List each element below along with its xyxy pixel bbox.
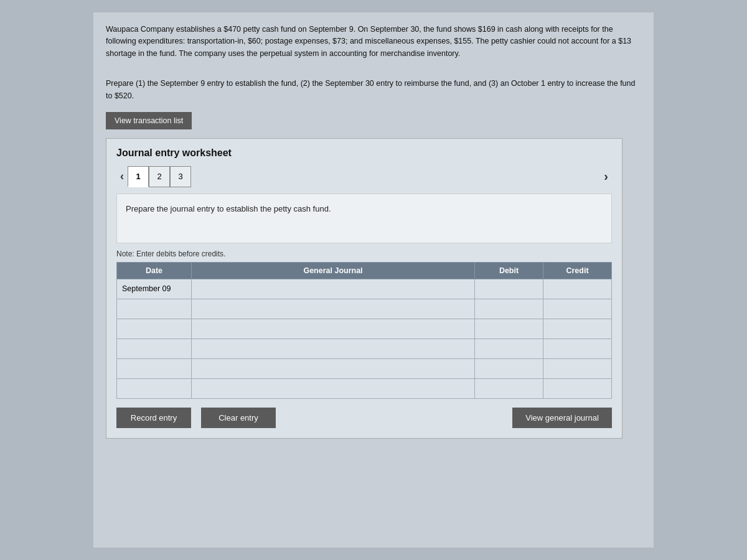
journal-cell-4[interactable] [192, 358, 475, 378]
tab-navigation-row: ‹ 1 2 3 › [116, 166, 612, 187]
table-row [117, 319, 612, 338]
journal-entry-worksheet: Journal entry worksheet ‹ 1 2 3 › Prepar… [106, 138, 622, 439]
debit-input-0[interactable] [475, 279, 543, 299]
view-transaction-button[interactable]: View transaction list [106, 112, 192, 129]
prepare-text-2: Prepare (1) the September 9 entry to est… [106, 78, 641, 102]
journal-input-2[interactable] [192, 319, 474, 338]
header-date: Date [117, 262, 192, 279]
credit-input-1[interactable] [543, 299, 611, 319]
debit-input-1[interactable] [475, 299, 543, 319]
credit-input-0[interactable] [543, 279, 611, 299]
debit-cell-5[interactable] [475, 378, 543, 398]
journal-cell-5[interactable] [192, 378, 475, 398]
debit-cell-4[interactable] [475, 358, 543, 378]
journal-input-4[interactable] [192, 359, 474, 378]
table-row: September 09 [117, 279, 612, 299]
credit-cell-3[interactable] [543, 338, 612, 358]
date-cell-3 [117, 338, 192, 358]
journal-cell-3[interactable] [192, 338, 475, 358]
header-debit: Debit [475, 262, 543, 279]
problem-text-1: Waupaca Company establishes a $470 petty… [106, 24, 641, 60]
journal-input-3[interactable] [192, 339, 474, 358]
action-buttons-row: Record entry Clear entry View general jo… [116, 408, 612, 428]
journal-input-1[interactable] [192, 299, 474, 319]
journal-cell-1[interactable] [192, 299, 475, 319]
table-row [117, 338, 612, 358]
table-row [117, 299, 612, 319]
debit-cell-1[interactable] [475, 299, 543, 319]
debit-cell-2[interactable] [475, 319, 543, 338]
credit-input-2[interactable] [543, 319, 611, 338]
credit-cell-4[interactable] [543, 358, 612, 378]
worksheet-title: Journal entry worksheet [116, 147, 612, 159]
journal-cell-2[interactable] [192, 319, 475, 338]
date-cell-0: September 09 [117, 279, 192, 299]
journal-cell-0[interactable] [192, 279, 475, 299]
view-general-journal-button[interactable]: View general journal [512, 408, 612, 428]
credit-cell-0[interactable] [543, 279, 612, 299]
debit-cell-3[interactable] [475, 338, 543, 358]
journal-input-0[interactable] [192, 279, 474, 299]
debit-input-4[interactable] [475, 359, 543, 378]
previous-arrow[interactable]: ‹ [116, 169, 128, 184]
note-text: Note: Enter debits before credits. [116, 250, 612, 258]
header-journal: General Journal [192, 262, 475, 279]
table-row [117, 378, 612, 398]
journal-input-5[interactable] [192, 379, 474, 398]
next-arrow[interactable]: › [600, 168, 612, 185]
credit-input-5[interactable] [543, 379, 611, 398]
debit-input-3[interactable] [475, 339, 543, 358]
credit-cell-2[interactable] [543, 319, 612, 338]
tab-2[interactable]: 2 [149, 166, 170, 187]
date-cell-4 [117, 358, 192, 378]
header-credit: Credit [543, 262, 612, 279]
instruction-box: Prepare the journal entry to establish t… [116, 194, 612, 243]
tab-1[interactable]: 1 [128, 166, 149, 187]
credit-input-3[interactable] [543, 339, 611, 358]
credit-input-4[interactable] [543, 359, 611, 378]
table-row [117, 358, 612, 378]
tab-3[interactable]: 3 [170, 166, 191, 187]
credit-cell-1[interactable] [543, 299, 612, 319]
instruction-text: Prepare the journal entry to establish t… [126, 204, 331, 213]
debit-input-2[interactable] [475, 319, 543, 338]
debit-input-5[interactable] [475, 379, 543, 398]
journal-table: Date General Journal Debit Credit Septem… [116, 262, 612, 399]
record-entry-button[interactable]: Record entry [116, 408, 191, 428]
date-cell-1 [117, 299, 192, 319]
debit-cell-0[interactable] [475, 279, 543, 299]
credit-cell-5[interactable] [543, 378, 612, 398]
date-cell-5 [117, 378, 192, 398]
date-cell-2 [117, 319, 192, 338]
clear-entry-button[interactable]: Clear entry [201, 408, 276, 428]
